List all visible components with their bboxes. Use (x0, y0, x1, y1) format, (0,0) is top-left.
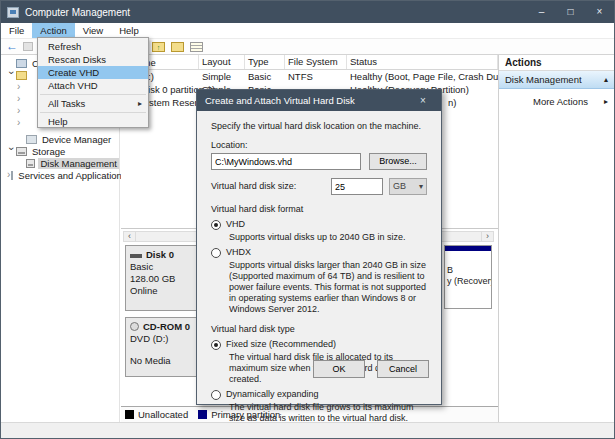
tree-item-disk-management[interactable]: Disk Management (1, 157, 119, 169)
action-dropdown-menu: Refresh Rescan Disks Create VHD Attach V… (37, 37, 149, 128)
cdrom-name: CD-ROM 0 (143, 321, 190, 332)
close-button[interactable]: × (585, 1, 614, 23)
menu-item-label: All Tasks (48, 98, 85, 109)
window-titlebar: Computer Management – □ × (1, 1, 614, 23)
menu-item-attach-vhd[interactable]: Attach VHD (38, 79, 148, 92)
browse-button[interactable]: Browse... (369, 153, 427, 170)
dynamic-radio[interactable] (211, 390, 221, 400)
submenu-arrow-icon: ▸ (138, 97, 142, 110)
menu-item-refresh[interactable]: Refresh (38, 40, 148, 53)
folder-up-icon[interactable]: ↑ (152, 42, 165, 52)
vhd-label: VHD (226, 219, 245, 230)
details-view-icon[interactable] (190, 42, 203, 52)
dialog-close-icon[interactable]: × (413, 95, 433, 106)
partition-block-recovery[interactable]: B y (Recovery Parti (444, 245, 492, 309)
disk-name: Disk 0 (146, 249, 174, 260)
menu-separator (40, 112, 146, 113)
size-label: Virtual hard disk size: (211, 181, 331, 192)
back-icon[interactable]: ← (6, 39, 18, 54)
menu-file[interactable]: File (1, 23, 32, 38)
menu-item-rescan-disks[interactable]: Rescan Disks (38, 53, 148, 66)
format-group-label: Virtual hard disk format (211, 204, 427, 215)
scroll-left-icon[interactable]: ‹ (124, 232, 136, 241)
menu-view[interactable]: View (75, 23, 111, 38)
volume-list-header: Volume Layout Type File System Status (121, 55, 498, 70)
tree-label-selected: Disk Management (38, 158, 119, 169)
volume-status: Healthy (Boot, Page File, Crash Dump, Pr… (347, 71, 498, 82)
location-label: Location: (211, 140, 427, 151)
tree-label: Device Manager (40, 134, 113, 145)
chevron-collapsed-icon[interactable]: › (7, 170, 10, 180)
scroll-right-icon[interactable]: › (481, 232, 493, 241)
cancel-button[interactable]: Cancel (377, 360, 429, 378)
actions-pane: Actions Disk Management ▴ More Actions ▸ (498, 55, 614, 422)
device-manager-icon (26, 135, 37, 144)
location-input[interactable] (211, 153, 361, 170)
dynamic-description: The virtual hard disk file grows to its … (229, 402, 429, 424)
fixed-size-radio[interactable] (211, 340, 221, 350)
actions-title: Actions (499, 55, 614, 71)
unallocated-swatch (125, 410, 134, 419)
partition-size-fragment: B (445, 265, 491, 276)
fixed-size-radio-row[interactable]: Fixed size (Recommended) (211, 339, 427, 350)
header-status[interactable]: Status (347, 55, 498, 69)
primary-partition-stripe (445, 246, 491, 251)
vhdx-radio-row[interactable]: VHDX (211, 247, 427, 258)
menu-item-help[interactable]: Help (38, 115, 148, 128)
chevron-collapsed-icon[interactable]: › (17, 82, 25, 92)
more-actions-label: More Actions (533, 96, 588, 107)
dynamic-radio-row[interactable]: Dynamically expanding (211, 389, 427, 400)
size-input[interactable] (331, 178, 383, 195)
tree-label: Storage (30, 146, 67, 157)
more-actions-item[interactable]: More Actions ▸ (499, 93, 614, 109)
volume-layout: Simple (199, 71, 245, 82)
vhdx-label: VHDX (226, 247, 251, 258)
volume-row-c[interactable]: (C:) Simple Basic NTFS Healthy (Boot, Pa… (121, 70, 498, 83)
collapse-icon[interactable]: ▴ (604, 75, 608, 84)
chevron-down-icon: ▾ (419, 181, 423, 192)
window-controls: – □ × (527, 1, 614, 23)
folder-search-icon[interactable] (171, 42, 184, 52)
partition-status-fragment: y (Recovery Parti (445, 276, 491, 287)
menu-help[interactable]: Help (111, 23, 147, 38)
disk-management-icon (26, 159, 35, 168)
chevron-expanded-icon[interactable]: › (6, 147, 16, 155)
vhdx-description: Supports virtual disks larger than 2040 … (229, 260, 429, 315)
chevron-collapsed-icon[interactable]: › (17, 118, 25, 128)
tree-item-services-applications[interactable]: › Services and Applications (1, 169, 119, 181)
menu-item-create-vhd[interactable]: Create VHD (38, 66, 148, 79)
tree-item-storage[interactable]: › Storage (1, 145, 119, 157)
menu-action[interactable]: Action (32, 23, 74, 38)
size-unit-dropdown[interactable]: GB ▾ (389, 178, 427, 195)
primary-partition-swatch (198, 410, 207, 419)
submenu-arrow-icon: ▸ (604, 97, 608, 106)
dynamic-label: Dynamically expanding (226, 389, 319, 400)
size-unit-value: GB (393, 181, 406, 192)
header-file-system[interactable]: File System (285, 55, 347, 69)
tree-label: Services and Applications (16, 170, 128, 181)
header-layout[interactable]: Layout (199, 55, 245, 69)
chevron-collapsed-icon[interactable]: › (17, 94, 25, 104)
tree-item-device-manager[interactable]: Device Manager (1, 133, 119, 145)
vhdx-radio[interactable] (211, 248, 221, 258)
services-icon (11, 171, 13, 180)
menu-separator (40, 94, 146, 95)
vhd-radio[interactable] (211, 220, 221, 230)
actions-group-disk-management[interactable]: Disk Management ▴ (499, 71, 614, 89)
statusbar (1, 422, 614, 438)
maximize-button[interactable]: □ (556, 1, 585, 23)
chevron-expanded-icon[interactable]: › (6, 71, 16, 79)
chevron-collapsed-icon[interactable]: › (17, 106, 25, 116)
unallocated-label: Unallocated (138, 409, 188, 420)
dialog-body: Specify the virtual hard disk location o… (197, 111, 441, 404)
header-type[interactable]: Type (245, 55, 285, 69)
forward-icon[interactable] (23, 42, 33, 51)
minimize-button[interactable]: – (527, 1, 556, 23)
computer-icon (16, 59, 27, 68)
menu-item-all-tasks[interactable]: All Tasks ▸ (38, 97, 148, 110)
volume-status-fragment: n) (448, 97, 456, 108)
folder-icon (16, 71, 27, 80)
app-icon (7, 7, 19, 18)
vhd-radio-row[interactable]: VHD (211, 219, 427, 230)
ok-button[interactable]: OK (313, 360, 365, 378)
